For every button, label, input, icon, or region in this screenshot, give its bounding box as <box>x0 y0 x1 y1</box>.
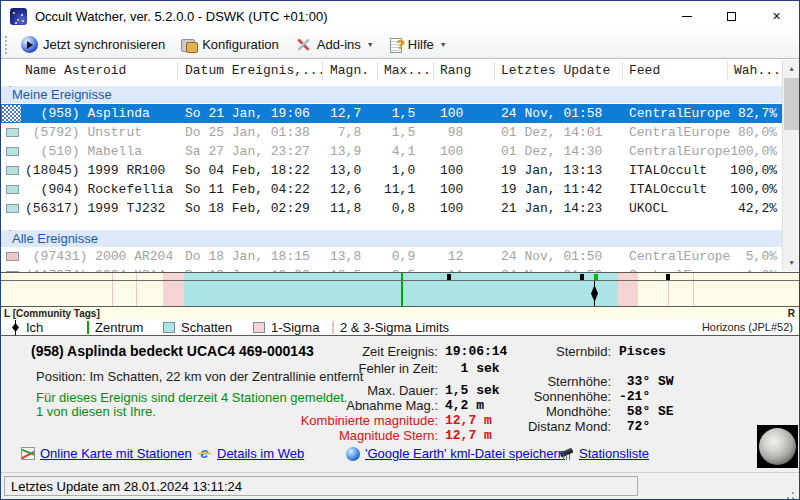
community-tags-right-label: R <box>788 308 795 319</box>
close-icon: × <box>772 9 780 23</box>
scrollbar-thumb[interactable] <box>784 78 799 130</box>
value-star-altitude: 33° SW <box>619 374 674 389</box>
label-star-magnitude: Magnitude Stern: <box>251 428 438 443</box>
events-table: Name Asteroid Datum Ereignis,... Magn. M… <box>1 59 799 272</box>
col-feed[interactable]: Feed <box>629 63 660 78</box>
minimize-button[interactable] <box>664 1 709 31</box>
event-marker <box>6 252 19 261</box>
value-sun-altitude: -21° <box>619 389 650 404</box>
col-update[interactable]: Letztes Update <box>501 63 610 78</box>
table-row[interactable]: (510) Mabella Sa 27 Jan, 23:27 13,9 4,1 … <box>1 142 782 161</box>
col-datum[interactable]: Datum Ereignis,... <box>185 63 325 78</box>
value-combined-magnitude: 12,7 m <box>445 413 492 428</box>
maximize-icon <box>727 12 736 21</box>
table-row[interactable]: (56317) 1999 TJ232 So 18 Feb, 02:29 11,8… <box>1 199 782 218</box>
group-header-all-events[interactable]: Alle Ereignisse <box>1 230 782 247</box>
scroll-down-icon[interactable]: ▼ <box>783 254 799 271</box>
event-marker <box>6 204 19 213</box>
configuration-icon <box>181 37 197 52</box>
links-row: Online Karte mit Stationen e Details im … <box>1 446 799 466</box>
label-time-error: Fehler in Zeit: <box>251 361 438 376</box>
toolbar-grip[interactable] <box>5 36 8 54</box>
community-tags-bar[interactable]: L [Community Tags] R <box>1 306 799 319</box>
value-time-error: 1 sek <box>445 361 500 376</box>
browser-icon: e <box>197 446 212 461</box>
event-marker <box>6 147 19 156</box>
globe-icon <box>346 447 360 461</box>
occultation-timeline: L [Community Tags] R <box>1 272 799 318</box>
online-map-link[interactable]: Online Karte mit Stationen <box>21 446 192 461</box>
center-line-icon <box>87 321 89 334</box>
table-header: Name Asteroid Datum Ereignis,... Magn. M… <box>1 59 782 83</box>
station-list-link[interactable]: Stationsliste <box>559 446 649 461</box>
value-moon-distance: 72° <box>619 419 650 434</box>
kml-save-link[interactable]: 'Google Earth' kml-Datei speichern <box>346 446 565 461</box>
addins-button[interactable]: Add-ins ▼ <box>292 35 377 54</box>
my-position-icon <box>11 320 20 335</box>
resize-grip[interactable] <box>792 492 794 494</box>
label-constellation: Sternbild: <box>501 344 611 359</box>
help-label: Hilfe <box>408 37 434 52</box>
event-marker <box>6 166 19 175</box>
value-mag-drop: 4,2 m <box>445 398 484 413</box>
maximize-button[interactable] <box>709 1 754 31</box>
sync-now-button[interactable]: Jetzt synchronisieren <box>18 34 168 55</box>
web-details-link[interactable]: e Details im Web <box>197 446 304 461</box>
window-title: Occult Watcher, ver. 5.2.0.0 - DSWK (UTC… <box>35 9 327 24</box>
configuration-button[interactable]: Konfiguration <box>178 35 282 54</box>
close-button[interactable]: × <box>754 1 799 31</box>
status-bar: Letztes Update am 28.01.2024 13:11:24 <box>1 472 799 499</box>
label-combined-magnitude: Kombinierte magnitude: <box>251 413 438 428</box>
table-row[interactable]: (958) Asplinda So 21 Jan, 19:06 12,7 1,5… <box>1 104 782 123</box>
help-icon <box>390 37 403 52</box>
col-name[interactable]: Name Asteroid <box>25 63 126 78</box>
app-icon <box>10 8 27 25</box>
col-magn[interactable]: Magn. <box>330 63 369 78</box>
label-sun-altitude: Sonnenhöhe: <box>501 389 611 404</box>
value-event-time: 19:06:14 <box>445 344 507 359</box>
sync-label: Jetzt synchronisieren <box>43 37 165 52</box>
help-button[interactable]: Hilfe ▼ <box>387 35 450 54</box>
legend-1-sigma: 1-Sigma <box>253 319 319 336</box>
legend-ich: Ich <box>11 319 43 336</box>
table-row[interactable]: (5792) Unstrut Do 25 Jan, 01:38 7,8 1,5 … <box>1 123 782 142</box>
legend-zentrum: Zentrum <box>87 319 143 336</box>
your-station-text: 1 von diesen ist Ihre. <box>36 404 156 419</box>
sigma-band-left <box>163 273 184 306</box>
ephemeris-source-label: Horizons (JPL#52) <box>702 321 793 333</box>
community-tags-left-label: L [Community Tags] <box>4 308 100 319</box>
vertical-scrollbar[interactable]: ▲ ▼ <box>782 60 799 271</box>
scroll-up-icon[interactable]: ▲ <box>783 60 799 77</box>
event-details-panel: (958) Asplinda bedeckt UCAC4 469-000143 … <box>1 336 799 472</box>
table-row[interactable]: (18045) 1999 RR100 So 04 Feb, 18:22 13,0… <box>1 161 782 180</box>
col-max[interactable]: Max... <box>384 63 431 78</box>
timeline-bands <box>1 273 799 306</box>
value-max-duration: 1,5 sek <box>445 383 500 398</box>
chevron-down-icon: ▼ <box>440 41 447 48</box>
last-update-status: Letztes Update am 28.01.2024 13:11:24 <box>4 476 638 496</box>
sigma-band-right <box>618 273 638 306</box>
table-row[interactable]: (904) Rockefellia So 11 Feb, 04:22 12,6 … <box>1 180 782 199</box>
telescope-icon <box>559 447 574 460</box>
toolbar: Jetzt synchronisieren Konfiguration Add-… <box>1 31 799 59</box>
center-line <box>401 273 403 306</box>
title-bar: Occult Watcher, ver. 5.2.0.0 - DSWK (UTC… <box>1 1 799 31</box>
col-rang[interactable]: Rang <box>440 63 471 78</box>
table-row[interactable]: (97431) 2000 AR204 Do 18 Jan, 18:15 13,8… <box>1 247 782 266</box>
label-event-time: Zeit Ereignis: <box>251 344 438 359</box>
timeline-legend: Ich Zentrum Schatten 1-Sigma 2 & 3-Sigma… <box>1 319 799 336</box>
shadow-swatch-icon <box>163 322 175 333</box>
legend-23-sigma: 2 & 3-Sigma Limits <box>332 319 449 336</box>
label-star-altitude: Sternhöhe: <box>501 374 611 389</box>
moon-phase-image <box>757 425 798 468</box>
map-icon <box>21 447 35 460</box>
group-header-my-events[interactable]: Meine Ereignisse <box>1 86 782 103</box>
legend-schatten: Schatten <box>163 319 232 336</box>
tools-icon <box>295 37 312 52</box>
sync-icon <box>21 36 38 53</box>
addins-label: Add-ins <box>317 37 361 52</box>
value-constellation: Pisces <box>619 344 666 359</box>
event-marker <box>6 185 19 194</box>
col-wah[interactable]: Wah... <box>734 63 781 78</box>
label-mag-drop: Abnahme Mag.: <box>251 398 438 413</box>
